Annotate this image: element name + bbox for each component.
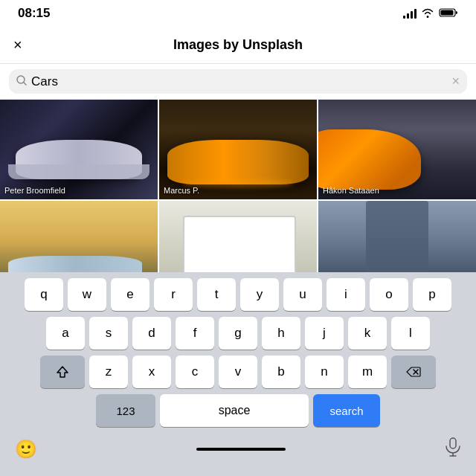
page-title: Images by Unsplash <box>173 37 303 53</box>
key-v[interactable]: v <box>219 356 257 388</box>
svg-rect-6 <box>450 438 456 448</box>
home-indicator <box>196 448 286 451</box>
key-y[interactable]: y <box>240 278 279 311</box>
key-j[interactable]: j <box>305 317 344 350</box>
key-n[interactable]: n <box>305 356 344 388</box>
key-a[interactable]: a <box>46 317 85 350</box>
key-row-bottom: 123 space search <box>0 394 476 427</box>
grid-cell-3[interactable]: Håkon Sataaen <box>318 100 476 199</box>
status-time: 08:15 <box>18 6 50 21</box>
key-d[interactable]: d <box>132 317 171 350</box>
svg-rect-1 <box>441 10 454 15</box>
search-clear-button[interactable]: × <box>451 74 460 89</box>
emoji-button[interactable]: 🙂 <box>15 439 37 460</box>
status-icons <box>403 7 458 20</box>
key-row-1: q w e r t y u i o p <box>0 278 476 311</box>
key-k[interactable]: k <box>348 317 387 350</box>
signal-icon <box>403 8 416 19</box>
microphone-button[interactable] <box>445 437 461 461</box>
key-t[interactable]: t <box>197 278 236 311</box>
key-c[interactable]: c <box>176 356 214 388</box>
photo-label-2: Marcus P. <box>164 186 199 195</box>
key-h[interactable]: h <box>262 317 300 350</box>
search-key[interactable]: search <box>313 394 380 427</box>
space-key[interactable]: space <box>160 394 309 427</box>
numbers-key[interactable]: 123 <box>96 394 155 427</box>
close-button[interactable]: × <box>13 36 22 54</box>
shift-key[interactable] <box>40 356 85 388</box>
key-w[interactable]: w <box>68 278 106 311</box>
search-icon <box>16 75 27 88</box>
grid-cell-2[interactable]: Marcus P. <box>159 100 317 199</box>
keyboard-bottom: 🙂 <box>0 433 476 476</box>
key-q[interactable]: q <box>25 278 63 311</box>
image-grid: Peter Broomfield Marcus P. Håkon Sataaen <box>0 100 476 300</box>
status-bar: 08:15 <box>0 0 476 27</box>
title-bar: × Images by Unsplash <box>0 27 476 64</box>
key-f[interactable]: f <box>176 317 214 350</box>
key-u[interactable]: u <box>283 278 322 311</box>
svg-line-3 <box>24 83 26 85</box>
search-input[interactable] <box>31 74 447 89</box>
battery-icon <box>439 7 458 20</box>
key-z[interactable]: z <box>89 356 128 388</box>
key-o[interactable]: o <box>370 278 408 311</box>
search-bar: × <box>0 64 476 100</box>
search-input-wrapper: × <box>9 69 467 94</box>
key-e[interactable]: e <box>111 278 149 311</box>
key-x[interactable]: x <box>132 356 171 388</box>
delete-key[interactable] <box>391 356 436 388</box>
key-b[interactable]: b <box>262 356 300 388</box>
photo-label-1: Peter Broomfield <box>4 186 65 195</box>
photo-label-3: Håkon Sataaen <box>323 186 379 195</box>
key-row-2: a s d f g h j k l <box>0 317 476 350</box>
key-row-3: z x c v b n m <box>0 356 476 388</box>
key-p[interactable]: p <box>413 278 451 311</box>
keyboard: q w e r t y u i o p a s d f g h j k l z … <box>0 272 476 476</box>
key-m[interactable]: m <box>348 356 387 388</box>
key-i[interactable]: i <box>327 278 365 311</box>
key-l[interactable]: l <box>391 317 430 350</box>
key-s[interactable]: s <box>89 317 128 350</box>
key-r[interactable]: r <box>154 278 193 311</box>
key-g[interactable]: g <box>219 317 257 350</box>
grid-cell-1[interactable]: Peter Broomfield <box>0 100 158 199</box>
wifi-icon <box>421 7 434 20</box>
